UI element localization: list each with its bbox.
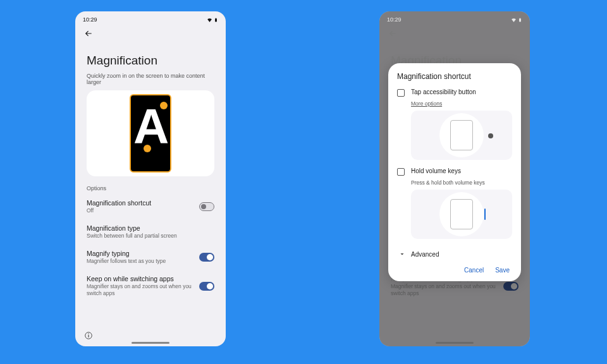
svg-rect-3 xyxy=(88,335,89,337)
row-title: Magnify typing xyxy=(87,250,193,257)
status-bar: 10:29 xyxy=(379,14,530,25)
svg-rect-1 xyxy=(216,18,216,18)
dialog-magnification-shortcut: Magnification shortcut Tap accessibility… xyxy=(388,63,521,281)
save-button[interactable]: Save xyxy=(495,267,510,274)
wifi-icon xyxy=(207,17,212,23)
options-label: Options xyxy=(75,183,226,194)
row-subtitle: Magnifier follows text as you type xyxy=(87,258,193,265)
checkbox-icon[interactable] xyxy=(397,168,405,176)
switch-typing[interactable] xyxy=(199,253,214,262)
svg-rect-5 xyxy=(519,18,521,21)
svg-rect-6 xyxy=(520,18,520,18)
row-subtitle: Switch between full and partial screen xyxy=(87,233,214,240)
option-label: Tap accessibility button xyxy=(411,88,476,95)
row-keep-on[interactable]: Keep on while switching apps Magnifier s… xyxy=(75,270,226,302)
battery-icon xyxy=(518,17,522,23)
cancel-button[interactable]: Cancel xyxy=(464,267,484,274)
hero-illustration: A xyxy=(130,94,171,173)
back-button[interactable] xyxy=(75,25,226,44)
wifi-icon xyxy=(511,17,517,23)
svg-rect-4 xyxy=(88,334,89,334)
switch-shortcut[interactable] xyxy=(199,202,214,211)
option-label: Hold volume keys xyxy=(411,167,461,174)
illustration-volume-keys xyxy=(411,190,512,239)
option-description: Press & hold both volume keys xyxy=(411,179,512,186)
checkbox-icon[interactable] xyxy=(397,89,405,97)
advanced-label: Advanced xyxy=(411,251,439,258)
row-title: Keep on while switching apps xyxy=(87,275,193,282)
battery-icon xyxy=(214,17,218,23)
status-icons xyxy=(207,17,218,23)
more-options-link[interactable]: More options xyxy=(411,100,512,107)
dialog-title: Magnification shortcut xyxy=(397,72,512,81)
status-time: 10:29 xyxy=(83,16,97,23)
status-time: 10:29 xyxy=(387,16,402,23)
hero-card: A xyxy=(87,90,214,176)
row-magnify-typing[interactable]: Magnify typing Magnifier follows text as… xyxy=(75,245,226,270)
option-tap-accessibility[interactable]: Tap accessibility button xyxy=(397,88,512,97)
row-title: Magnification shortcut xyxy=(87,199,193,207)
arrow-left-icon xyxy=(84,29,93,38)
phone-screen-right: 10:29 Magnification Quickly zoom in on t… xyxy=(379,11,530,346)
row-magnification-shortcut[interactable]: Magnification shortcut Off xyxy=(75,194,226,219)
row-title: Magnification type xyxy=(87,224,214,232)
row-subtitle: Magnifier stays on and zooms out when yo… xyxy=(87,283,193,297)
switch-keep[interactable] xyxy=(199,282,214,291)
dialog-actions: Cancel Save xyxy=(397,262,512,275)
status-bar: 10:29 xyxy=(75,14,226,25)
phone-screen-left: 10:29 Magnification Quickly zoom in on t… xyxy=(75,11,226,346)
advanced-expand[interactable]: Advanced xyxy=(397,246,512,262)
chevron-down-icon xyxy=(398,250,406,258)
status-icons xyxy=(511,17,522,23)
svg-rect-0 xyxy=(215,18,217,21)
page-title: Magnification xyxy=(75,44,226,73)
option-hold-volume[interactable]: Hold volume keys xyxy=(397,167,512,176)
row-magnification-type[interactable]: Magnification type Switch between full a… xyxy=(75,219,226,245)
page-subtitle: Quickly zoom in on the screen to make co… xyxy=(75,73,226,90)
info-icon[interactable] xyxy=(84,331,93,340)
nav-bar[interactable] xyxy=(132,342,169,344)
illustration-accessibility-button xyxy=(411,111,512,160)
row-subtitle: Off xyxy=(87,207,193,214)
